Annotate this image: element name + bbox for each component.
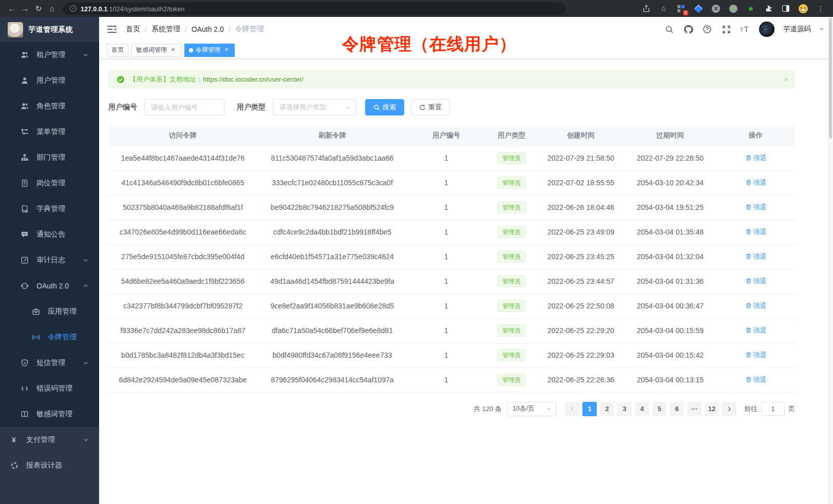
reload-icon[interactable]: ↻ — [32, 2, 45, 15]
force-logout-button[interactable]: 强退 — [745, 252, 767, 261]
sidebar-item-notice[interactable]: 通知公告 — [0, 222, 99, 247]
forward-icon[interactable]: → — [18, 2, 32, 15]
sidebar: 芋道管理系统 租户管理用户管理角色管理菜单管理部门管理岗位管理字典管理通知公告审… — [0, 17, 99, 504]
sidebar-item-payment[interactable]: ¥支付管理 — [0, 427, 99, 453]
chevron-down-icon — [546, 406, 552, 412]
tab-token[interactable]: 令牌管理× — [184, 44, 235, 57]
sidebar-item-label: 岗位管理 — [36, 179, 65, 188]
create-time-cell: 2022-07-02 18:55:55 — [538, 170, 624, 195]
fullscreen-icon[interactable] — [721, 24, 731, 34]
access-token-cell: c347026e805e4d99b0d116eae66eda8c — [108, 220, 257, 244]
goto-page-input[interactable] — [761, 402, 785, 416]
pager-page-button[interactable]: 2 — [600, 402, 614, 416]
pager-page-button[interactable]: 6 — [670, 402, 684, 416]
force-logout-button[interactable]: 强退 — [745, 326, 767, 335]
sidebar-item-tenant[interactable]: 租户管理 — [0, 42, 99, 68]
tab-sensitive-word[interactable]: 敏感词管理× — [131, 44, 181, 57]
scrollbar-thumb[interactable] — [829, 18, 832, 139]
force-logout-button[interactable]: 强退 — [745, 301, 767, 311]
tab-close-icon[interactable]: × — [223, 47, 230, 54]
breadcrumb-item[interactable]: 系统管理 — [152, 25, 180, 34]
recorder-extension-icon[interactable] — [728, 4, 739, 14]
sidebar-item-department[interactable]: 部门管理 — [0, 145, 99, 170]
font-size-icon[interactable]: TT — [740, 24, 750, 34]
refresh-token-cell: b0df4980ffd34c67a08f9156e4eee733 — [257, 343, 407, 367]
force-logout-button[interactable]: 强退 — [745, 227, 767, 237]
profile-avatar-icon[interactable] — [798, 4, 808, 14]
reset-button[interactable]: 重置 — [411, 99, 450, 115]
tab-bar: 首页敏感词管理×令牌管理× — [99, 42, 833, 59]
user-id-cell: 1 — [407, 170, 485, 195]
user-id-input[interactable] — [144, 99, 224, 115]
app-logo[interactable]: 芋道管理系统 — [0, 17, 99, 42]
browser-menu-icon[interactable]: ⋮ — [816, 4, 826, 14]
chevron-down-icon[interactable] — [820, 28, 824, 32]
home-icon[interactable]: ⌂ — [45, 2, 59, 15]
doc-link[interactable]: https://doc.iocoder.cn/user-center/ — [203, 75, 304, 83]
star-extension-icon[interactable]: ★ — [746, 4, 756, 14]
sidebar-item-menu[interactable]: 菜单管理 — [0, 119, 99, 145]
sidebar-item-report-designer[interactable]: 报表设计器 — [0, 453, 99, 478]
url-bar[interactable]: i 127.0.0.1:1024/system/oauth2/token — [63, 3, 566, 15]
pager-page-button[interactable]: 4 — [635, 402, 649, 416]
user-id-cell: 1 — [407, 244, 485, 269]
bookmark-star-icon[interactable]: ☆ — [658, 4, 669, 14]
search-icon[interactable] — [664, 24, 674, 34]
page-scrollbar[interactable] — [828, 17, 833, 504]
user-id-cell: 1 — [407, 318, 485, 343]
table-row: 54d6be82ee5a460a9aedc1f9bf22365649d1aa46… — [108, 269, 795, 294]
share-icon[interactable] — [641, 4, 651, 14]
user-type-badge: 管理员 — [497, 250, 526, 263]
next-page-button[interactable] — [722, 402, 736, 416]
force-logout-button[interactable]: 强退 — [745, 203, 767, 212]
sidebar-item-sms[interactable]: 短信管理 — [0, 350, 99, 376]
split-screen-icon[interactable] — [781, 4, 791, 14]
sidebar-item-role[interactable]: 角色管理 — [0, 93, 99, 119]
help-icon[interactable] — [702, 24, 712, 34]
prev-page-button[interactable] — [565, 402, 579, 416]
force-logout-button[interactable]: 强退 — [745, 153, 767, 163]
gray-extension-icon[interactable]: ⌘ — [711, 4, 721, 14]
action-cell: 强退 — [716, 343, 795, 367]
sidebar-item-user[interactable]: 用户管理 — [0, 68, 99, 93]
back-icon[interactable]: ← — [5, 2, 18, 15]
hamburger-icon[interactable] — [106, 24, 118, 35]
force-logout-button[interactable]: 强退 — [745, 277, 767, 286]
sidebar-item-oauth2[interactable]: OAuth 2.0 — [0, 273, 99, 299]
force-logout-button[interactable]: 强退 — [745, 351, 767, 360]
search-button[interactable]: 搜索 — [365, 99, 404, 115]
sidebar-item-dictionary[interactable]: 字典管理 — [0, 196, 99, 222]
sidebar-item-post[interactable]: 岗位管理 — [0, 170, 99, 196]
user-name[interactable]: 芋道源码 — [783, 25, 811, 34]
alert-close-icon[interactable]: × — [784, 75, 788, 83]
breadcrumb-item[interactable]: 首页 — [126, 25, 140, 34]
sidebar-item-oauth-app[interactable]: 应用管理 — [0, 299, 99, 324]
sidebar-item-label: 租户管理 — [36, 50, 65, 60]
force-logout-label: 强退 — [753, 178, 767, 187]
page-size-select[interactable]: 10条/页 — [507, 402, 556, 416]
pager-page-button[interactable]: 3 — [617, 402, 632, 416]
extension-grid-icon[interactable]: 9 — [676, 4, 686, 14]
sidebar-item-audit-log[interactable]: 审计日志 — [0, 247, 99, 273]
force-logout-button[interactable]: 强退 — [745, 178, 767, 187]
breadcrumb-item[interactable]: OAuth 2.0 — [192, 25, 224, 33]
sidebar-item-oauth-token[interactable]: 令牌管理 — [0, 324, 99, 350]
pager-ellipsis[interactable]: ··· — [687, 402, 702, 416]
puzzle-extensions-icon[interactable] — [763, 4, 773, 14]
user-type-select[interactable]: 请选择用户类型 — [273, 99, 356, 115]
tab-home[interactable]: 首页 — [107, 44, 128, 57]
gem-extension-icon[interactable] — [693, 4, 704, 14]
pager-page-button[interactable]: 5 — [652, 402, 667, 416]
create-time-cell: 2022-06-25 22:29:20 — [538, 318, 624, 343]
user-avatar[interactable] — [759, 22, 774, 37]
site-info-icon[interactable]: i — [70, 5, 77, 12]
sidebar-item-sensitive-word[interactable]: 敏感词管理 — [0, 401, 99, 427]
user-type-cell: 管理员 — [485, 195, 538, 220]
github-icon[interactable] — [683, 24, 693, 34]
access-token-cell: f9336e7c7dd242a283ee98dc86b17a87 — [108, 318, 257, 343]
force-logout-button[interactable]: 强退 — [745, 375, 767, 384]
pager-page-button[interactable]: 12 — [705, 402, 719, 416]
tab-close-icon[interactable]: × — [169, 47, 177, 54]
sidebar-item-error-code[interactable]: 错误码管理 — [0, 376, 99, 401]
pager-page-button[interactable]: 1 — [582, 402, 597, 416]
